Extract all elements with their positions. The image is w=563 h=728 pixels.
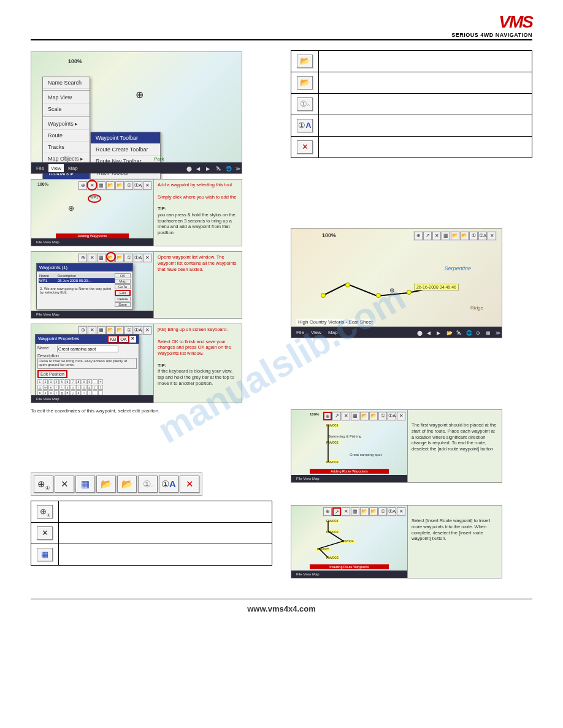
caption: To edit the coordinates of this waypoint…	[31, 408, 272, 414]
menu-map[interactable]: Map	[66, 164, 80, 172]
sat-icon[interactable]: 🛰	[213, 165, 220, 171]
nav-right-icon[interactable]: ▶	[204, 165, 210, 171]
icon-table-right: 📂 📂 ①∴ ①A ✕	[291, 50, 532, 158]
folder-open-green-icon[interactable]: 📂	[117, 476, 137, 493]
list-icon: ▦	[37, 548, 53, 561]
list-icon[interactable]: ▦	[75, 476, 95, 493]
menu-name-search[interactable]: Name Search	[43, 77, 90, 89]
submenu-route-create[interactable]: Route Create Toolbar	[91, 144, 160, 156]
page-header: VMS SERIOUS 4WD NAVIGATION	[31, 12, 532, 40]
menu-scale[interactable]: Scale	[43, 104, 90, 115]
footer-url: www.vms4x4.com	[31, 599, 532, 613]
logo: VMS	[451, 12, 532, 32]
zoom-level: 100%	[68, 58, 82, 64]
icon-table-left: ⊕① ✕ ▦	[31, 501, 272, 566]
menu-view[interactable]: View	[48, 164, 64, 172]
app-menubar[interactable]: File View Map ⬤◀▶📂🛰🌐⊕▦≫	[291, 327, 502, 338]
menu-route[interactable]: Route	[43, 130, 90, 142]
menu-file[interactable]: File	[34, 164, 47, 172]
nav-left-icon[interactable]: ◀	[194, 165, 200, 171]
tip-text: you can press & hold the stylus on the t…	[158, 212, 238, 236]
screenshot-add-waypoint: 100% ⊕✕▦📂📂①①A✕ WP1 ⊕ Adding Waypoints Fi…	[31, 179, 242, 246]
folder-open-yellow-icon[interactable]: 📂	[96, 476, 116, 493]
more-icon[interactable]: ≫	[233, 165, 239, 171]
waypoint-name-input[interactable]	[57, 346, 118, 352]
close-red-icon: ✕	[297, 140, 313, 154]
screenshot-waypoint-props: ⊕✕▦📂📂①①A✕ Waypoint Properties KBOK✕ Name…	[31, 324, 242, 403]
folder-open-yellow-icon: 📂	[297, 55, 313, 68]
annotation: Opens waypoint list window. The waypoint…	[158, 254, 238, 272]
screenshot-route-insert-wp: ⊕↗✕▦📂📂①①A✕ RW001 RW002 RW004 RW005 RW003…	[291, 505, 502, 578]
info-a-icon[interactable]: ①A	[159, 476, 178, 493]
close-red-icon[interactable]: ✕	[180, 476, 199, 493]
menu-tracks[interactable]: Tracks	[43, 142, 90, 153]
annotation: Add a waypoint by selecting this tool	[158, 182, 238, 188]
annotation: Simply click where you wish to add the	[158, 194, 238, 200]
menu-waypoints[interactable]: Waypoints ▸	[43, 118, 90, 130]
screenshot-waypoint-list: ⊕✕▦📂📂①①A✕ Waypoints (1) Name Description	[31, 251, 242, 319]
menu-map-view[interactable]: Map View	[43, 92, 90, 104]
edit-position-button[interactable]: Edit Position	[37, 370, 67, 378]
park-label: Park	[154, 156, 164, 162]
logo-tagline: SERIOUS 4WD NAVIGATION	[451, 32, 532, 38]
app-menubar[interactable]: File View Map ⬤ ◀ ▶ 🛰 🌐 ≫	[31, 162, 242, 173]
add-waypoint-icon: ⊕①	[37, 505, 53, 518]
submenu-waypoint-toolbar[interactable]: Waypoint Toolbar	[91, 132, 160, 144]
annotation: The first waypoint should be placed at t…	[412, 422, 498, 452]
add-waypoint-icon[interactable]: ⊕①	[34, 476, 53, 493]
delete-icon[interactable]: ✕	[55, 476, 74, 493]
highlight-add-tool	[86, 180, 98, 191]
delete-icon: ✕	[37, 526, 53, 540]
info-dots-icon[interactable]: ①∴	[138, 476, 158, 493]
globe-icon[interactable]: 🌐	[223, 165, 229, 171]
screenshot-toolbar-menu: 100% ⊕ Name Search Map View Scale Waypoi…	[31, 51, 242, 174]
annotation: Select [Insert Route waypoint] to insert…	[412, 518, 498, 542]
info-dots-icon: ①∴	[297, 97, 313, 111]
info-a-icon: ①A	[297, 119, 313, 132]
waypoint-toolbar-large: ⊕① ✕ ▦ 📂 📂 ①∴ ①A ✕	[31, 472, 202, 496]
screenshot-route-map: 100% ⊕↗✕▦📂📂①①A✕ 26-16-2008 04:49:46 ⊕ Se…	[291, 228, 502, 338]
folder-open-green-icon: 📂	[297, 76, 313, 89]
nav-icon[interactable]: ⬤	[184, 165, 190, 171]
screenshot-route-add-wp: ⊕↗✕▦📂📂①①A✕ 100% RW001 Swimming & Fishing…	[291, 409, 502, 483]
